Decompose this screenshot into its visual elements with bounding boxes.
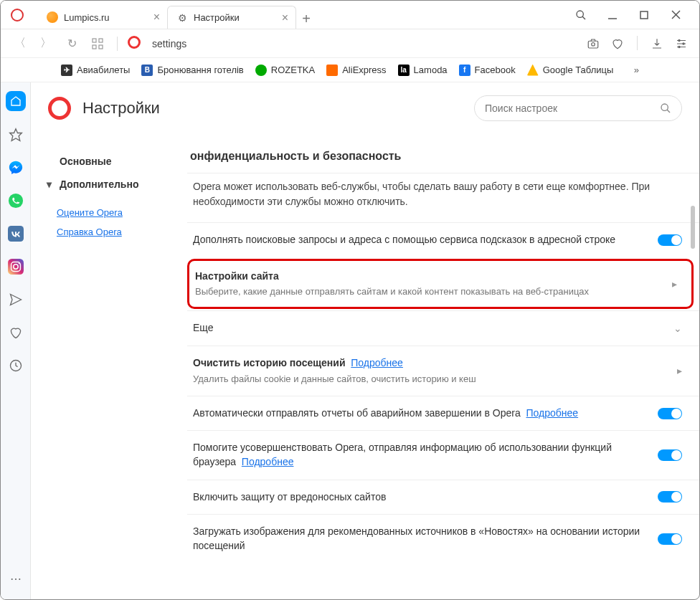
- heart-icon[interactable]: [610, 36, 625, 52]
- toggle-news[interactable]: [658, 533, 682, 545]
- toggle-improve[interactable]: [658, 449, 682, 461]
- bookmark-facebook[interactable]: fFacebook: [459, 65, 516, 76]
- svg-point-27: [661, 104, 668, 110]
- bookmark-rozetka[interactable]: ROZETKA: [255, 65, 315, 76]
- instagram-icon[interactable]: [6, 257, 25, 276]
- svg-point-15: [678, 39, 680, 41]
- titlebar: Lumpics.ru × ⚙ Настройки × +: [1, 1, 699, 29]
- svg-rect-8: [93, 45, 96, 49]
- svg-marker-18: [9, 129, 22, 141]
- window-controls: [557, 4, 699, 26]
- sidebar-more-icon[interactable]: ⋯: [6, 569, 25, 588]
- opera-logo: [48, 97, 71, 120]
- settings-nav: Основные ▾Дополнительно Оцените Opera Сп…: [31, 134, 187, 599]
- row-label: Включить защиту от вредоносных сайтов: [193, 490, 658, 505]
- svg-point-0: [577, 11, 583, 17]
- svg-point-17: [678, 46, 680, 47]
- separator: [637, 36, 638, 50]
- row-site-settings[interactable]: Настройки сайта Выберите, какие данные о…: [187, 259, 694, 310]
- svg-rect-7: [99, 39, 103, 42]
- back-button[interactable]: 〈: [11, 34, 29, 53]
- separator: [117, 37, 118, 51]
- learn-more-link[interactable]: Подробнее: [526, 407, 579, 419]
- easy-setup-icon[interactable]: [673, 36, 689, 52]
- row-label: Загружать изображения для рекомендованны…: [193, 525, 658, 553]
- svg-point-16: [683, 42, 684, 44]
- rate-opera-link[interactable]: Оцените Opera: [57, 203, 161, 222]
- snapshot-icon[interactable]: [585, 36, 601, 52]
- bookmark-sheets[interactable]: Google Таблицы: [527, 65, 614, 76]
- toggle-autocomplete[interactable]: [658, 234, 682, 246]
- tab-lumpics[interactable]: Lumpics.ru ×: [38, 6, 167, 29]
- row-more[interactable]: Еще ⌄: [187, 310, 699, 346]
- bookmark-aliexpress[interactable]: AliExpress: [326, 65, 386, 76]
- forward-button[interactable]: 〉: [37, 34, 55, 53]
- search-input[interactable]: [485, 103, 660, 114]
- speed-dial-icon[interactable]: [88, 34, 107, 53]
- chevron-right-icon: ▸: [677, 365, 682, 376]
- search-icon[interactable]: [570, 4, 592, 26]
- settings-content[interactable]: онфиденциальность и безопасность Opera м…: [187, 134, 699, 599]
- learn-more-link[interactable]: Подробнее: [351, 357, 403, 368]
- row-subtitle: Выберите, какие данные отправлять сайтам…: [195, 285, 672, 298]
- svg-line-28: [667, 110, 670, 113]
- row-crash-reports: Автоматически отправлять отчеты об авари…: [187, 396, 699, 431]
- minimize-icon[interactable]: [602, 4, 623, 26]
- toolbar-actions: [585, 36, 689, 52]
- download-icon[interactable]: [649, 36, 665, 52]
- messenger-icon[interactable]: [6, 158, 25, 177]
- svg-point-11: [592, 42, 595, 46]
- site-info-icon[interactable]: [128, 36, 141, 52]
- row-label: Дополнять поисковые запросы и адреса с п…: [193, 233, 658, 247]
- search-icon: [660, 103, 671, 114]
- bookmarks-overflow[interactable]: »: [634, 65, 639, 75]
- page-title: Настройки: [82, 99, 160, 118]
- learn-more-link[interactable]: Подробнее: [242, 456, 294, 467]
- bookmark-booking[interactable]: BБронювання готелів: [141, 65, 243, 76]
- close-window-icon[interactable]: [665, 4, 686, 26]
- settings-body: Основные ▾Дополнительно Оцените Opera Сп…: [31, 134, 699, 599]
- svg-line-1: [582, 16, 585, 19]
- nav-advanced[interactable]: ▾Дополнительно: [44, 173, 174, 196]
- toggle-crash[interactable]: [658, 408, 682, 419]
- home-icon[interactable]: [6, 91, 26, 111]
- help-opera-link[interactable]: Справка Opera: [57, 222, 161, 242]
- row-news-images: Загружать изображения для рекомендованны…: [187, 514, 699, 563]
- nav-links: Оцените Opera Справка Opera: [44, 196, 174, 249]
- star-icon[interactable]: [6, 125, 25, 144]
- nav-basic[interactable]: Основные: [44, 150, 174, 173]
- toggle-malware[interactable]: [658, 491, 682, 503]
- settings-search[interactable]: [474, 95, 682, 121]
- close-icon[interactable]: ×: [282, 11, 288, 24]
- heart-sidebar-icon[interactable]: [6, 323, 25, 342]
- row-clear-history[interactable]: Очистить историю посещений Подробнее Уда…: [187, 346, 699, 396]
- maximize-icon[interactable]: [633, 4, 655, 26]
- vk-icon[interactable]: [6, 224, 25, 243]
- settings-header: Настройки: [31, 82, 699, 134]
- browser-window: Lumpics.ru × ⚙ Настройки × + 〈 〉 ↻ setti…: [0, 0, 700, 600]
- new-tab-button[interactable]: +: [296, 9, 316, 29]
- content-area: ⋯ Настройки Основные ▾Дополнительно Оцен…: [1, 82, 699, 599]
- tabstrip: Lumpics.ru × ⚙ Настройки × +: [38, 1, 316, 29]
- bookmark-lamoda[interactable]: laLamoda: [398, 65, 448, 76]
- history-icon[interactable]: [6, 356, 25, 375]
- opera-menu[interactable]: [1, 9, 24, 22]
- svg-rect-6: [93, 39, 96, 42]
- tab-settings[interactable]: ⚙ Настройки ×: [167, 6, 296, 29]
- scrollbar-thumb[interactable]: [691, 206, 695, 249]
- address-bar[interactable]: settings: [148, 38, 578, 49]
- row-subtitle: Удалить файлы cookie и данные сайтов, оч…: [193, 373, 677, 386]
- row-title: Настройки сайта: [195, 270, 672, 284]
- reload-button[interactable]: ↻: [62, 34, 81, 53]
- row-improve-opera: Помогите усовершенствовать Opera, отправ…: [187, 430, 699, 479]
- section-intro: Opera может использовать веб-службы, что…: [187, 173, 699, 222]
- gear-icon: ⚙: [176, 12, 188, 24]
- send-icon[interactable]: [6, 290, 25, 309]
- bookmark-aviatickets[interactable]: ✈Авиабилеты: [61, 65, 130, 76]
- sidebar: ⋯: [1, 82, 31, 599]
- close-icon[interactable]: ×: [153, 11, 160, 24]
- row-label: Автоматически отправлять отчеты об авари…: [193, 407, 521, 419]
- row-malware-protection: Включить защиту от вредоносных сайтов: [187, 480, 699, 515]
- favicon-lumpics: [47, 11, 58, 23]
- whatsapp-icon[interactable]: [6, 191, 25, 210]
